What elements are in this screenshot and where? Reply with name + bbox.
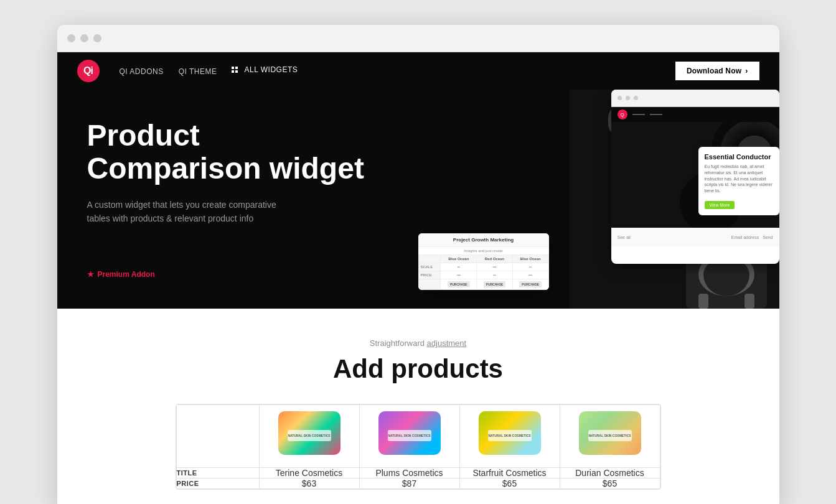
table-row-price: PRICE $63 $87 $65 $65 — [176, 478, 660, 489]
mock-browser-bar — [611, 90, 779, 107]
table-header-terine: NATURAL SKIN COSMETICS — [259, 405, 359, 468]
tablet-mockup: Q Essential Conductor Eu fugit molestias… — [611, 90, 779, 264]
essential-conductor-card: Essential Conductor Eu fugit molestias n… — [698, 147, 779, 215]
hero-description: A custom widget that lets you create com… — [87, 198, 286, 226]
main-nav: QI ADDONS QI THEME ALL WIDGETS — [120, 65, 298, 77]
section-eyebrow: Straightforward adjustment — [77, 338, 759, 348]
card-body: Eu fugit molestias nab, at amet reformat… — [705, 164, 773, 194]
table-row-title: TITLE Terine Cosmetics Plums Cosmetics S… — [176, 468, 660, 478]
comparison-table: NATURAL SKIN COSMETICS NATURAL SKIN COSM… — [176, 404, 660, 489]
comparison-table-container: NATURAL SKIN COSMETICS NATURAL SKIN COSM… — [176, 404, 661, 490]
table-header-plums: NATURAL SKIN COSMETICS — [359, 405, 459, 468]
mock-hero-area: Essential Conductor Eu fugit molestias n… — [611, 122, 779, 228]
grid-icon — [232, 66, 239, 73]
header-left: Qi QI ADDONS QI THEME ALL WIDGETS — [77, 60, 298, 82]
hero-content: Product Comparison widget A custom widge… — [57, 90, 418, 309]
logo[interactable]: Qi — [77, 60, 100, 82]
terine-product-image: NATURAL SKIN COSMETICS — [278, 411, 341, 455]
hero-dark-bg: Q Essential Conductor Eu fugit molestias… — [570, 90, 779, 309]
mock-comparison-table: Blue Ocean Red Ocean Blue Ocean SCALE ••… — [418, 254, 549, 290]
hero-title: Product Comparison widget — [87, 119, 388, 185]
nav-item-theme[interactable]: QI THEME — [179, 65, 217, 77]
card-title: Essential Conductor — [705, 153, 773, 161]
view-more-button[interactable]: View More — [705, 201, 735, 209]
table-header-durian: NATURAL SKIN COSMETICS — [560, 405, 660, 468]
starfruit-product-image: NATURAL SKIN COSMETICS — [479, 411, 541, 455]
cell-terine-price: $63 — [259, 478, 359, 489]
site-header: Qi QI ADDONS QI THEME ALL WIDGETS — [57, 52, 779, 90]
row-label-price: PRICE — [176, 478, 259, 489]
nav-item-widgets[interactable]: ALL WIDGETS — [232, 65, 298, 77]
section-title: Add products — [77, 354, 759, 384]
cell-plums-title: Plums Cosmetics — [359, 468, 459, 478]
cell-terine-title: Terine Cosmetics — [259, 468, 359, 478]
cell-durian-title: Durian Cosmetics — [560, 468, 660, 478]
durian-product-image: NATURAL SKIN COSMETICS — [579, 411, 641, 455]
nav-link-theme[interactable]: QI THEME — [179, 67, 217, 76]
mock-site-header: Q — [611, 107, 779, 122]
nav-item-addons[interactable]: QI ADDONS — [120, 65, 164, 77]
hero-section: Product Comparison widget A custom widge… — [57, 90, 779, 309]
cell-starfruit-title: Starfruit Cosmetics — [459, 468, 560, 478]
cell-durian-price: $65 — [560, 478, 660, 489]
product-image-durian: NATURAL SKIN COSMETICS — [560, 405, 660, 467]
product-image-terine: NATURAL SKIN COSMETICS — [260, 405, 359, 467]
product-image-starfruit: NATURAL SKIN COSMETICS — [460, 405, 560, 467]
browser-dot-red — [67, 34, 75, 42]
comparison-table-mockup: Project Growth Marketing Imagine and jus… — [418, 233, 549, 290]
cell-starfruit-price: $65 — [459, 478, 560, 489]
qi-logo-mark: Qi — [77, 60, 100, 82]
browser-dot-green — [93, 34, 101, 42]
add-products-section: Straightforward adjustment Add products — [57, 309, 779, 504]
nav-link-addons[interactable]: QI ADDONS — [120, 67, 164, 76]
nav-link-widgets[interactable]: ALL WIDGETS — [232, 65, 298, 74]
browser-chrome — [57, 25, 779, 52]
star-icon: ★ — [87, 270, 94, 279]
premium-badge: ★ Premium Addon — [87, 270, 388, 279]
cell-plums-price: $87 — [359, 478, 459, 489]
plums-product-image: NATURAL SKIN COSMETICS — [378, 411, 441, 455]
row-label-title: TITLE — [176, 468, 259, 478]
hero-visuals: Q Essential Conductor Eu fugit molestias… — [418, 90, 779, 309]
download-button[interactable]: Download Now › — [675, 62, 759, 80]
table-header-starfruit: NATURAL SKIN COSMETICS — [459, 405, 560, 468]
browser-dot-yellow — [80, 34, 88, 42]
arrow-right-icon: › — [745, 67, 748, 75]
browser-window: Qi QI ADDONS QI THEME ALL WIDGETS — [57, 25, 779, 504]
product-image-plums: NATURAL SKIN COSMETICS — [360, 405, 459, 467]
table-header-empty — [176, 405, 259, 468]
